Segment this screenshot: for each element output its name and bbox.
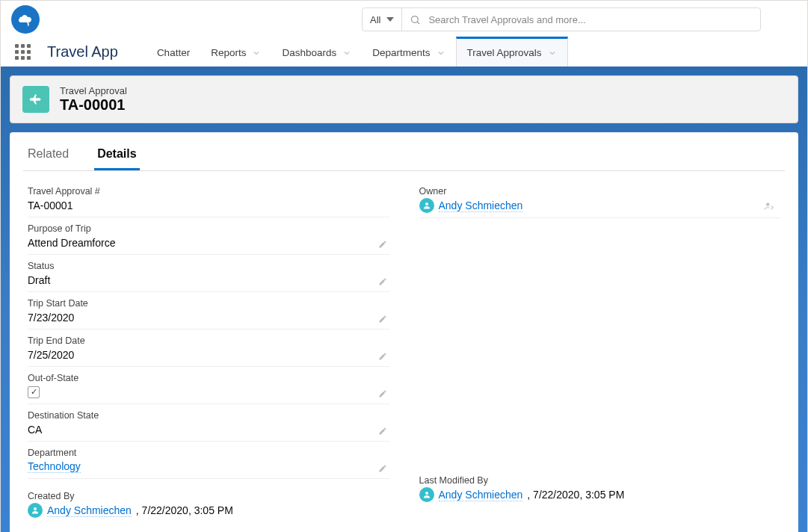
chevron-down-icon[interactable] <box>437 49 445 58</box>
edit-pencil-icon[interactable] <box>377 426 388 436</box>
owner-link[interactable]: Andy Schmiechen <box>439 200 523 212</box>
field-value-oos: ✓ <box>28 385 389 404</box>
svg-point-3 <box>34 507 37 510</box>
avatar-icon <box>419 198 434 213</box>
global-search: All <box>362 7 761 31</box>
record-header: Travel Approval TA-00001 <box>10 75 798 123</box>
record-title: TA-00001 <box>60 96 127 114</box>
checkbox-checked-icon: ✓ <box>28 386 40 398</box>
svg-point-5 <box>766 202 770 206</box>
edit-pencil-icon[interactable] <box>377 351 388 362</box>
field-label-status: Status <box>28 256 389 273</box>
change-owner-icon[interactable] <box>764 201 776 213</box>
chevron-down-icon[interactable] <box>548 49 557 58</box>
salesforce-logo[interactable] <box>11 5 40 34</box>
created-date: , 7/22/2020, 3:05 PM <box>136 504 233 516</box>
field-value-end: 7/25/2020 <box>28 347 389 367</box>
svg-point-1 <box>412 16 419 22</box>
field-label-owner: Owner <box>419 182 781 198</box>
avatar-icon <box>419 487 434 502</box>
nav-item-chatter[interactable]: Chatter <box>147 37 200 66</box>
tab-details[interactable]: Details <box>94 138 139 170</box>
edit-pencil-icon[interactable] <box>377 389 388 399</box>
field-label-modified: Last Modified By <box>419 471 781 487</box>
nav-item-dashboards[interactable]: Dashboards <box>271 37 362 66</box>
modified-by-link[interactable]: Andy Schmiechen <box>439 489 523 501</box>
modified-date: , 7/22/2020, 3:05 PM <box>527 489 624 501</box>
nav-item-reports[interactable]: Reports <box>200 37 271 66</box>
created-by-link[interactable]: Andy Schmiechen <box>47 504 132 517</box>
field-value-status: Draft <box>28 273 389 292</box>
search-scope-dropdown[interactable]: All <box>363 8 402 31</box>
search-scope-label: All <box>370 14 380 25</box>
nav-item-label: Departments <box>372 47 430 58</box>
travel-approval-icon <box>22 86 49 113</box>
chevron-down-icon[interactable] <box>252 49 261 58</box>
field-value-dest: CA <box>28 422 389 442</box>
field-label-start: Trip Start Date <box>28 294 389 310</box>
avatar-icon <box>28 503 43 518</box>
nav-items: Chatter Reports Dashboards Departments T… <box>147 37 568 66</box>
field-label-end: Trip End Date <box>28 331 389 347</box>
field-value-created: Andy Schmiechen , 7/22/2020, 3:05 PM <box>28 503 389 522</box>
edit-pencil-icon[interactable] <box>377 239 388 250</box>
svg-point-4 <box>425 202 428 205</box>
nav-item-label: Chatter <box>157 47 190 58</box>
edit-pencil-icon[interactable] <box>377 276 388 287</box>
field-label-purpose: Purpose of Trip <box>28 219 389 235</box>
search-input[interactable] <box>428 14 753 25</box>
edit-pencil-icon[interactable] <box>377 463 388 474</box>
field-value-modified: Andy Schmiechen , 7/22/2020, 3:05 PM <box>419 487 781 507</box>
record-tabs: Related Details <box>23 138 785 171</box>
nav-item-label: Dashboards <box>282 47 336 58</box>
field-value-dept: Technology <box>28 460 389 479</box>
edit-pencil-icon[interactable] <box>377 314 388 324</box>
app-launcher-icon[interactable] <box>11 40 34 63</box>
field-value-purpose: Attend Dreamforce <box>28 235 389 255</box>
field-label-dest: Destination State <box>28 406 389 422</box>
field-label-oos: Out-of-State <box>28 368 389 385</box>
field-value-owner: Andy Schmiechen <box>419 198 781 218</box>
field-value-number: TA-00001 <box>28 198 389 217</box>
search-icon <box>410 14 421 25</box>
nav-item-departments[interactable]: Departments <box>362 37 455 66</box>
svg-point-6 <box>425 492 428 495</box>
tab-related[interactable]: Related <box>25 138 72 170</box>
field-label-created: Created By <box>28 486 389 503</box>
nav-item-label: Travel Approvals <box>467 47 542 58</box>
chevron-down-icon[interactable] <box>342 49 351 58</box>
svg-line-2 <box>418 22 420 24</box>
app-name: Travel App <box>47 43 118 61</box>
object-label: Travel Approval <box>60 85 127 96</box>
caret-down-icon <box>386 17 394 22</box>
field-label-number: Travel Approval # <box>28 182 389 198</box>
nav-item-travel-approvals[interactable]: Travel Approvals <box>456 37 568 66</box>
field-value-start: 7/23/2020 <box>28 310 389 330</box>
nav-item-label: Reports <box>211 47 246 58</box>
field-label-dept: Department <box>28 443 389 460</box>
department-link[interactable]: Technology <box>28 460 81 473</box>
